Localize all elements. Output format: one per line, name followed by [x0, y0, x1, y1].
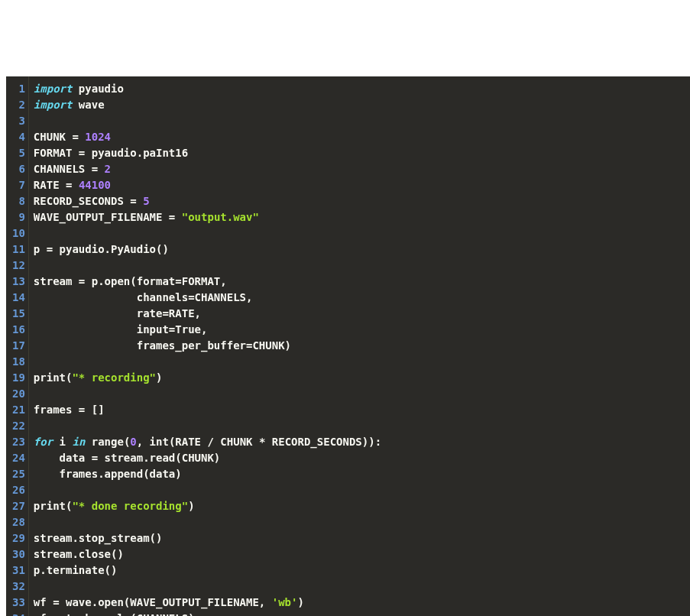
code-token: import [34, 99, 73, 111]
code-token: RATE = [34, 179, 79, 191]
line-number: 15 [12, 306, 25, 322]
code-token: data = stream.read(CHUNK) [34, 452, 220, 464]
code-token: frames = [] [34, 404, 105, 416]
code-editor[interactable]: 1234567891011121314151617181920212223242… [6, 76, 690, 616]
line-number: 25 [12, 466, 25, 482]
code-line[interactable]: import wave [34, 97, 690, 113]
code-token: 1024 [85, 131, 111, 143]
code-token: import [34, 83, 73, 95]
code-token: "* done recording" [72, 500, 188, 512]
code-line[interactable]: p = pyaudio.PyAudio() [34, 242, 690, 258]
line-number: 21 [12, 402, 25, 418]
code-line[interactable] [34, 386, 690, 402]
code-token: "output.wav" [182, 211, 259, 223]
line-number: 14 [12, 290, 25, 306]
code-token: FORMAT = pyaudio.paInt16 [34, 147, 188, 159]
line-number: 17 [12, 338, 25, 354]
line-number: 22 [12, 418, 25, 434]
line-number: 20 [12, 386, 25, 402]
code-token: p.terminate() [34, 564, 118, 576]
code-line[interactable]: wf = wave.open(WAVE_OUTPUT_FILENAME, 'wb… [34, 595, 690, 611]
code-line[interactable]: frames = [] [34, 402, 690, 418]
code-line[interactable] [34, 482, 690, 498]
code-line[interactable]: print("* recording") [34, 370, 690, 386]
line-number-gutter: 1234567891011121314151617181920212223242… [6, 76, 29, 616]
code-token: channels=CHANNELS, [34, 291, 253, 303]
code-line[interactable]: input=True, [34, 322, 690, 338]
code-token: wf.setnchannels(CHANNELS) [34, 612, 195, 616]
code-line[interactable]: stream.stop_stream() [34, 530, 690, 546]
code-line[interactable] [34, 514, 690, 530]
code-token: p = pyaudio.PyAudio() [34, 243, 169, 255]
code-line[interactable]: rate=RATE, [34, 306, 690, 322]
code-token: stream.stop_stream() [34, 532, 163, 544]
code-line[interactable]: print("* done recording") [34, 498, 690, 514]
code-line[interactable]: p.terminate() [34, 563, 690, 579]
code-line[interactable]: for i in range(0, int(RATE / CHUNK * REC… [34, 434, 690, 450]
code-token: print( [34, 371, 73, 384]
code-line[interactable]: channels=CHANNELS, [34, 290, 690, 306]
code-line[interactable]: frames.append(data) [34, 466, 690, 482]
line-number: 2 [12, 97, 25, 113]
line-number: 33 [12, 595, 25, 611]
line-number: 27 [12, 498, 25, 514]
code-token: 44100 [79, 179, 111, 191]
line-number: 3 [12, 113, 25, 129]
line-number: 30 [12, 546, 25, 563]
code-line[interactable] [34, 258, 690, 274]
code-token: rate=RATE, [34, 307, 201, 319]
line-number: 18 [12, 354, 25, 370]
line-number: 12 [12, 258, 25, 274]
code-token: wf = wave.open(WAVE_OUTPUT_FILENAME, [34, 596, 272, 608]
code-token: 'wb' [272, 596, 298, 608]
code-token: pyaudio [72, 83, 123, 95]
code-line[interactable] [34, 579, 690, 595]
code-line[interactable]: frames_per_buffer=CHUNK) [34, 338, 690, 354]
code-token: in [72, 436, 85, 448]
code-token: i [53, 436, 72, 448]
code-token: frames_per_buffer=CHUNK) [34, 339, 291, 352]
line-number: 29 [12, 530, 25, 546]
code-content-area[interactable]: import pyaudioimport waveCHUNK = 1024FOR… [29, 76, 690, 616]
line-number: 32 [12, 579, 25, 595]
code-line[interactable]: wf.setnchannels(CHANNELS) [34, 611, 690, 616]
line-number: 16 [12, 322, 25, 338]
code-token: print( [34, 500, 73, 512]
code-token: for [34, 436, 53, 448]
code-token: WAVE_OUTPUT_FILENAME = [34, 211, 182, 223]
line-number: 4 [12, 129, 25, 145]
line-number: 28 [12, 514, 25, 530]
code-line[interactable]: CHANNELS = 2 [34, 161, 690, 177]
code-token: ) [297, 596, 303, 608]
code-token: ) [156, 371, 162, 384]
code-line[interactable] [34, 354, 690, 370]
line-number: 9 [12, 209, 25, 225]
code-line[interactable]: CHUNK = 1024 [34, 129, 690, 145]
line-number: 7 [12, 177, 25, 193]
code-line[interactable]: data = stream.read(CHUNK) [34, 450, 690, 466]
code-line[interactable]: WAVE_OUTPUT_FILENAME = "output.wav" [34, 209, 690, 225]
line-number: 11 [12, 242, 25, 258]
code-line[interactable]: import pyaudio [34, 81, 690, 97]
code-token: "* recording" [72, 371, 156, 384]
code-line[interactable]: FORMAT = pyaudio.paInt16 [34, 145, 690, 161]
line-number: 24 [12, 450, 25, 466]
code-line[interactable]: stream.close() [34, 546, 690, 563]
line-number: 10 [12, 225, 25, 242]
line-number: 19 [12, 370, 25, 386]
code-line[interactable] [34, 113, 690, 129]
code-token: 0 [130, 436, 136, 448]
code-token: input=True, [34, 323, 208, 336]
code-line[interactable] [34, 418, 690, 434]
code-token: , int(RATE / CHUNK * RECORD_SECONDS)): [137, 436, 381, 448]
code-token: ) [188, 500, 194, 512]
line-number: 5 [12, 145, 25, 161]
line-number: 13 [12, 274, 25, 290]
code-token: stream = p.open(format=FORMAT, [34, 275, 227, 287]
code-line[interactable] [34, 225, 690, 242]
code-line[interactable]: stream = p.open(format=FORMAT, [34, 274, 690, 290]
code-line[interactable]: RECORD_SECONDS = 5 [34, 193, 690, 209]
line-number: 1 [12, 81, 25, 97]
code-line[interactable]: RATE = 44100 [34, 177, 690, 193]
line-number: 6 [12, 161, 25, 177]
